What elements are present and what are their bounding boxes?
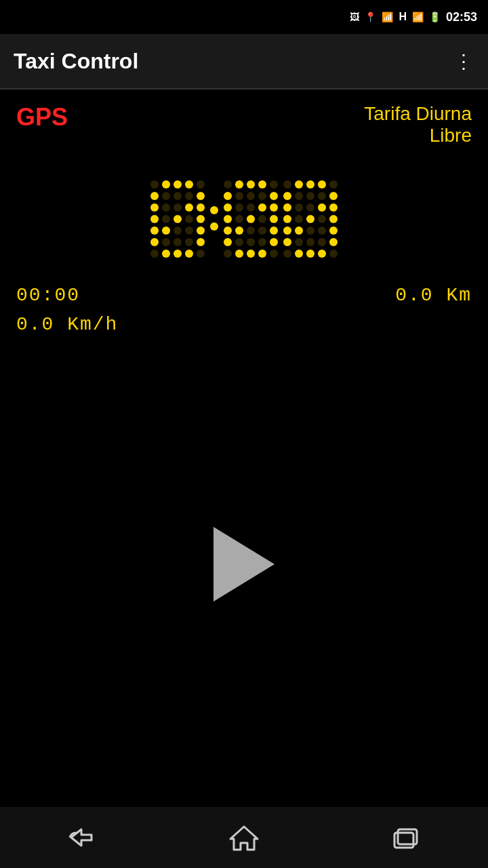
main-content: GPS Tarifa Diurna Libre	[0, 90, 488, 807]
libre-label: Libre	[364, 125, 472, 146]
top-info-row: GPS Tarifa Diurna Libre	[16, 103, 472, 146]
distance-display: 0.0 Km	[395, 285, 472, 306]
battery-icon: 🔋	[429, 12, 441, 22]
app-title: Taxi Control	[14, 49, 138, 74]
stats-row-1: 00:00 0.0 Km	[16, 285, 472, 306]
recents-button[interactable]	[390, 824, 424, 851]
gps-status: GPS	[16, 103, 68, 132]
play-button[interactable]	[214, 527, 274, 601]
app-bar: Taxi Control ⋮	[0, 34, 488, 88]
status-bar: 🖼 📍 📶 H 📶 🔋 02:53	[0, 0, 488, 34]
timer-display: 00:00	[16, 285, 80, 306]
stats-row-2: 0.0 Km/h	[16, 314, 472, 335]
status-icons: 🖼 📍 📶 H 📶 🔋 02:53	[350, 10, 477, 24]
signal-icon: 📶	[412, 12, 424, 22]
meter-display	[16, 180, 472, 258]
digit-0-middle	[224, 180, 278, 258]
image-icon: 🖼	[350, 12, 359, 22]
digit-0-left	[150, 180, 205, 258]
wifi-icon: 📶	[382, 12, 393, 22]
decimal-separator	[210, 206, 218, 232]
back-button[interactable]	[64, 826, 98, 850]
status-time: 02:53	[446, 10, 477, 24]
tarifa-label: Tarifa Diurna	[364, 103, 472, 125]
overflow-menu-button[interactable]: ⋮	[454, 50, 474, 73]
h-icon: H	[399, 11, 407, 23]
bottom-nav	[0, 807, 488, 868]
big-dot-matrix	[150, 180, 338, 258]
digit-0-right	[283, 180, 338, 258]
home-button[interactable]	[227, 824, 261, 851]
location-icon: 📍	[365, 12, 376, 22]
tarifa-info: Tarifa Diurna Libre	[364, 103, 472, 146]
svg-marker-0	[230, 827, 258, 850]
play-area	[16, 335, 472, 793]
speed-display: 0.0 Km/h	[16, 314, 118, 335]
